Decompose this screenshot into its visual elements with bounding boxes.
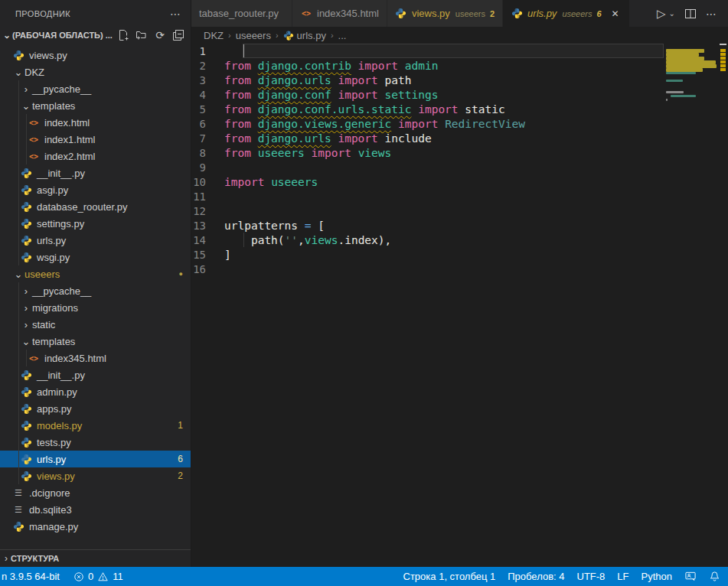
feedback-icon[interactable] bbox=[684, 571, 697, 582]
tree-item-label: admin.py bbox=[37, 386, 77, 398]
new-folder-icon[interactable] bbox=[135, 29, 148, 41]
breadcrumb-item[interactable]: ... bbox=[338, 30, 347, 41]
tree-file-index1.html[interactable]: <>index1.html bbox=[0, 131, 191, 148]
html-file-icon: <> bbox=[300, 8, 312, 20]
code-line-4[interactable]: 4from django.conf import settings bbox=[191, 87, 728, 102]
tree-file-__init__.py[interactable]: __init__.py bbox=[0, 164, 191, 181]
code-line-11[interactable]: 11 bbox=[191, 189, 728, 203]
python-interpreter-status[interactable]: n 3.9.5 64-bit bbox=[2, 571, 60, 582]
tree-file-models.py[interactable]: models.py1 bbox=[0, 417, 191, 434]
workspace-label: (РАБОЧАЯ ОБЛАСТЬ) ... bbox=[12, 31, 113, 40]
line-number: 6 bbox=[191, 118, 224, 130]
split-editor-icon[interactable] bbox=[684, 8, 697, 20]
tree-file-database_roouter.py[interactable]: database_roouter.py bbox=[0, 198, 191, 215]
tab-problem-badge: 6 bbox=[597, 9, 602, 18]
code-line-15[interactable]: 15] bbox=[191, 247, 728, 262]
code-line-5[interactable]: 5from django.conf.urls.static import sta… bbox=[191, 102, 728, 116]
tree-file-urls.py[interactable]: urls.py bbox=[0, 232, 191, 249]
minimap[interactable] bbox=[664, 44, 718, 567]
tree-file-wsgi.py[interactable]: wsgi.py bbox=[0, 249, 191, 265]
line-number: 7 bbox=[191, 132, 224, 145]
tab-views-py[interactable]: views.py useeers 2 bbox=[387, 0, 503, 27]
indent-guide bbox=[18, 215, 19, 232]
tab-index345[interactable]: <> index345.html bbox=[292, 0, 387, 27]
indentation-status[interactable]: Пробелов: 4 bbox=[508, 571, 564, 582]
code-line-12[interactable]: 12 bbox=[191, 203, 728, 218]
python-file-icon bbox=[12, 520, 24, 532]
code-line-13[interactable]: 13urlpatterns = [ bbox=[191, 218, 728, 233]
code-text: from django.urls import path bbox=[224, 74, 411, 86]
run-button[interactable]: ▷ bbox=[657, 7, 666, 21]
tree-folder-templates[interactable]: ⌄templates bbox=[0, 97, 191, 114]
tree-folder-templates[interactable]: ⌄templates bbox=[0, 333, 191, 350]
breadcrumb-item[interactable]: urls.py bbox=[297, 30, 326, 41]
error-icon bbox=[73, 571, 84, 582]
chevron-down-icon: ⌄ bbox=[12, 67, 24, 78]
tree-file-db.sqlite3[interactable]: ☰db.sqlite3 bbox=[0, 501, 191, 518]
tree-file-__init__.py[interactable]: __init__.py bbox=[0, 366, 191, 383]
code-line-14[interactable]: 14 path('',views.index), bbox=[191, 233, 728, 247]
code-line-6[interactable]: 6from django.views.generic import Redire… bbox=[191, 116, 728, 131]
collapse-all-icon[interactable] bbox=[172, 29, 184, 41]
code-text: from django.conf import settings bbox=[224, 89, 438, 101]
code-editor[interactable]: 12from django.contrib import admin3from … bbox=[191, 44, 728, 567]
code-line-8[interactable]: 8from useeers import views bbox=[191, 145, 728, 160]
tree-folder-__pycache__[interactable]: ›__pycache__ bbox=[0, 282, 191, 299]
tab-label: urls.py bbox=[527, 8, 557, 19]
breadcrumb-item[interactable]: DKZ bbox=[204, 30, 224, 41]
close-icon[interactable]: ✕ bbox=[609, 8, 622, 19]
indent-guide bbox=[18, 400, 19, 417]
tree-folder-migrations[interactable]: ›migrations bbox=[0, 299, 191, 316]
tree-file-views.py[interactable]: views.py bbox=[0, 47, 191, 63]
tree-folder-static[interactable]: ›static bbox=[0, 316, 191, 333]
tree-file-.dcignore[interactable]: ☰.dcignore bbox=[0, 484, 191, 501]
tree-file-asgi.py[interactable]: asgi.py bbox=[0, 181, 191, 198]
tree-folder-__pycache__[interactable]: ›__pycache__ bbox=[0, 80, 191, 97]
new-file-icon[interactable] bbox=[117, 29, 129, 41]
tree-file-settings.py[interactable]: settings.py bbox=[0, 215, 191, 232]
code-line-2[interactable]: 2from django.contrib import admin bbox=[191, 58, 728, 73]
run-dropdown-icon[interactable]: ⌄ bbox=[669, 9, 675, 18]
tree-folder-useeers[interactable]: ⌄useeers● bbox=[0, 265, 191, 282]
tab-database-roouter[interactable]: tabase_roouter.py bbox=[191, 0, 292, 27]
notifications-bell-icon[interactable] bbox=[709, 571, 720, 582]
code-line-16[interactable]: 16 bbox=[191, 262, 728, 276]
explorer-more-actions-icon[interactable]: ⋯ bbox=[170, 8, 181, 20]
tree-file-index345.html[interactable]: <>index345.html bbox=[0, 350, 191, 366]
workspace-section-header[interactable]: ⌄ (РАБОЧАЯ ОБЛАСТЬ) ... ⟳ bbox=[0, 27, 191, 44]
editor-more-actions-icon[interactable]: ⋯ bbox=[706, 8, 717, 20]
tree-file-manage.py[interactable]: manage.py bbox=[0, 518, 191, 535]
language-mode-status[interactable]: Python bbox=[641, 571, 672, 582]
code-line-10[interactable]: 10import useeers bbox=[191, 174, 728, 189]
explorer-title: ПРОВОДНИК bbox=[15, 9, 70, 18]
breadcrumb-item[interactable]: useeers bbox=[236, 30, 271, 41]
tree-file-urls.py[interactable]: urls.py6 bbox=[0, 451, 191, 467]
python-file-icon bbox=[20, 470, 32, 482]
tab-urls-py[interactable]: urls.py useeers 6 ✕ bbox=[503, 0, 630, 27]
code-line-9[interactable]: 9 bbox=[191, 160, 728, 174]
warning-count: 11 bbox=[113, 571, 123, 582]
code-line-1[interactable]: 1 bbox=[191, 44, 728, 58]
encoding-status[interactable]: UTF-8 bbox=[577, 571, 606, 582]
tree-folder-DKZ[interactable]: ⌄DKZ bbox=[0, 63, 191, 80]
chevron-down-icon: ⌄ bbox=[3, 30, 11, 41]
code-text: from django.conf.urls.static import stat… bbox=[224, 103, 505, 116]
tree-item-label: DKZ bbox=[24, 67, 44, 78]
code-text: ] bbox=[224, 249, 231, 261]
tree-file-views.py[interactable]: views.py2 bbox=[0, 467, 191, 484]
code-line-7[interactable]: 7from django.urls import include bbox=[191, 131, 728, 145]
tree-file-admin.py[interactable]: admin.py bbox=[0, 383, 191, 400]
refresh-icon[interactable]: ⟳ bbox=[154, 29, 166, 41]
eol-status[interactable]: LF bbox=[617, 571, 628, 582]
line-number: 8 bbox=[191, 147, 224, 159]
outline-section-header[interactable]: › СТРУКТУРА bbox=[0, 549, 191, 567]
indent-guide bbox=[18, 181, 19, 198]
tree-file-index2.html[interactable]: <>index2.html bbox=[0, 148, 191, 164]
tree-file-index.html[interactable]: <>index.html bbox=[0, 114, 191, 131]
tree-file-apps.py[interactable]: apps.py bbox=[0, 400, 191, 417]
problems-status[interactable]: 0 11 bbox=[73, 571, 123, 582]
cursor-position-status[interactable]: Строка 1, столбец 1 bbox=[403, 571, 496, 582]
tree-file-tests.py[interactable]: tests.py bbox=[0, 434, 191, 451]
code-line-3[interactable]: 3from django.urls import path bbox=[191, 73, 728, 87]
tree-item-label: tests.py bbox=[37, 437, 71, 448]
